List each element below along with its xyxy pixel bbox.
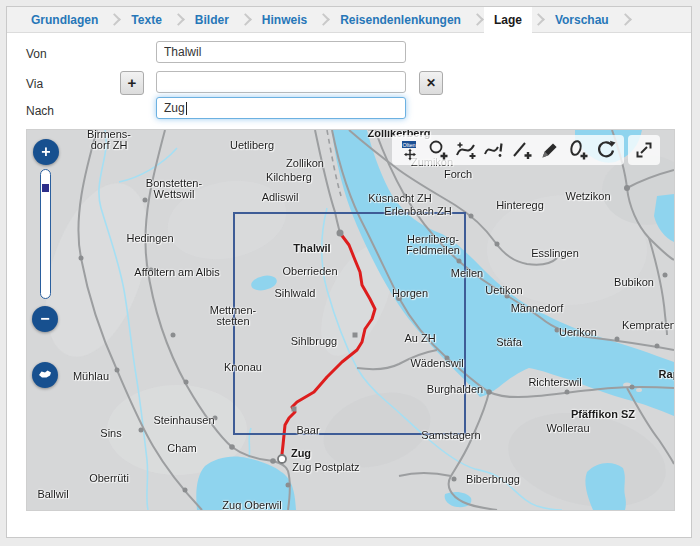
map-town-label: Cham [167,443,196,454]
map-town-label: Rap [659,369,675,380]
map-town-label: Mettmen-stetten [210,305,256,327]
nach-input[interactable]: Zug [156,97,406,119]
von-input[interactable] [156,41,406,63]
map-town-label: Uerikon [559,327,597,338]
map-toolbar: Olten [392,135,660,165]
tab-grundlagen[interactable]: Grundlagen [21,7,108,33]
map-town-label: Herrliberg-Feldmeilen [406,234,460,256]
map-town-label: Forch [444,169,472,180]
map-town-label: Wädenswil [410,358,463,369]
switzerland-icon [35,365,55,385]
add-route-tool[interactable] [452,137,480,163]
map-town-label: Stäfa [496,337,522,348]
map-town-label: Mühlau [73,371,109,382]
chevron-separator-icon [471,13,484,26]
map-town-label: Thalwil [293,243,330,254]
draw-pencil-tool[interactable] [536,137,564,163]
chevron-separator-icon [532,13,545,26]
map-town-label: Samstagern [421,430,480,441]
add-label-ellipse-tool[interactable] [564,137,592,163]
map-town-label: Oberrieden [282,266,337,277]
von-label: Von [26,47,47,61]
map-labels-layer: Birmens-dorf ZHUetlibergZollikerbergZoll… [27,130,674,510]
map-town-label: Männedorf [511,303,564,314]
add-via-button[interactable]: + [120,71,144,95]
move-label-tool[interactable]: Olten [396,137,424,163]
map-town-label: Sihlbrugg [291,336,337,347]
tab-reisendenlenkungen[interactable]: Reisendenlenkungen [330,7,471,33]
map-town-label: Zollikon [286,158,324,169]
map-town-label: Pfäffikon SZ [571,409,635,420]
page-panel: Grundlagen Texte Bilder Hinweis Reisende… [6,6,692,538]
tab-hinweis[interactable]: Hinweis [252,7,317,33]
fullscreen-button[interactable] [630,137,658,163]
tab-vorschau[interactable]: Vorschau [545,7,619,33]
map-town-label: Esslingen [531,248,579,259]
map-town-label: Richterswil [528,377,581,388]
map-town-label: Baar [296,425,319,436]
map-town-label: Bonstetten-Wettswil [146,178,202,200]
map-town-label: Zug Postplatz [292,462,359,473]
add-line-tool[interactable] [508,137,536,163]
map-town-label: Affoltern am Albis [134,267,219,278]
svg-text:Olten: Olten [402,142,415,148]
map-town-label: Erlenbach ZH [384,206,451,217]
chevron-separator-icon [619,13,632,26]
zoom-slider[interactable] [40,169,51,299]
map-canvas[interactable]: Birmens-dorf ZHUetlibergZollikerbergZoll… [26,129,675,511]
map-town-label: Kilchberg [266,172,312,183]
breadcrumb-tabbar: Grundlagen Texte Bilder Hinweis Reisende… [7,7,691,33]
map-town-label: Kempraten [622,320,675,331]
chevron-separator-icon [172,13,185,26]
map-town-label: Zug [291,448,311,459]
add-point-tool[interactable] [424,137,452,163]
home-extent-button[interactable] [32,362,58,388]
text-caret [186,102,187,115]
tab-bilder[interactable]: Bilder [185,7,239,33]
nach-input-value: Zug [164,101,185,115]
map-town-label: Wollerau [546,423,589,434]
map-town-label: Küsnacht ZH [368,193,432,204]
map-town-label: Ballwil [37,489,68,500]
toolbar-group: Olten [392,135,624,165]
toolbar-group-solo [628,135,660,165]
tab-lage[interactable]: Lage [484,7,532,33]
map-town-label: Au ZH [404,333,435,344]
nach-label: Nach [26,104,54,118]
remove-via-button[interactable]: ✕ [419,71,443,95]
map-town-label: Zug Oberwil [222,500,281,511]
route-info-tool[interactable] [480,137,508,163]
zoom-out-button[interactable]: − [32,306,58,332]
map-town-label: Wetzikon [565,191,610,202]
map-town-label: Meilen [451,268,483,279]
refresh-map-button[interactable] [592,137,620,163]
map-town-label: Oberrüti [89,473,129,484]
map-town-label: Knonau [224,362,262,373]
map-town-label: Hinteregg [496,200,544,211]
map-town-label: Uetikon [485,285,522,296]
map-town-label: Bubikon [614,277,654,288]
via-label: Via [26,77,43,91]
map-town-label: Uetliberg [230,140,274,151]
chevron-separator-icon [108,13,121,26]
map-town-label: Hedingen [126,233,173,244]
map-town-label: Steinhausen [153,415,214,426]
map-town-label: Horgen [392,288,428,299]
map-town-label: Sihlwald [275,288,316,299]
map-town-label: Adliswil [262,192,299,203]
map-town-label: Birmens-dorf ZH [87,129,131,151]
tab-texte[interactable]: Texte [121,7,171,33]
map-town-label: Burghalden [427,384,483,395]
zoom-in-button[interactable]: + [33,139,59,165]
zoom-slider-handle[interactable] [42,184,49,192]
chevron-separator-icon [317,13,330,26]
map-town-label: Biberbrugg [466,474,520,485]
via-input[interactable] [156,71,406,93]
chevron-separator-icon [239,13,252,26]
map-town-label: Sins [100,428,121,439]
